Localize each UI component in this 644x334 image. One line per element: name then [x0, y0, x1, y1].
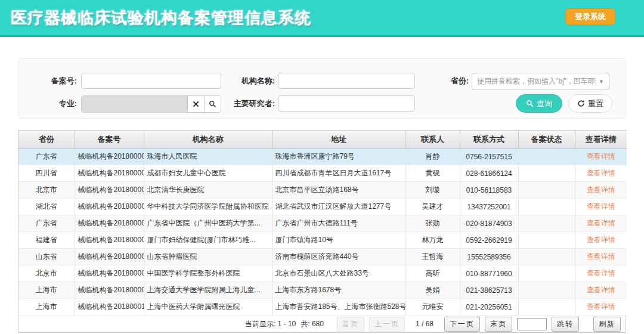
table-body: 广东省械临机构备201800001珠海市人民医院珠海市香洲区康宁路79号肖静07… — [18, 149, 627, 316]
cell-phone: 0592-2662919 — [460, 232, 518, 249]
cell-province: 上海市 — [18, 282, 75, 299]
cell-address: 北京市昌平区立汤路168号 — [272, 182, 405, 199]
cell-record_no: 械临机构备201800010 — [75, 299, 144, 316]
view-detail-link[interactable]: 查看详情 — [587, 252, 615, 261]
search-icon — [526, 100, 534, 107]
search-icon — [209, 100, 216, 108]
query-button-label: 查询 — [537, 98, 552, 109]
view-detail-link[interactable]: 查看详情 — [587, 169, 615, 177]
org-name-input[interactable] — [278, 73, 415, 89]
page-title: 医疗器械临床试验机构备案管理信息系统 — [11, 7, 311, 29]
cell-status — [518, 249, 575, 265]
form-actions: 查询 重置 — [516, 94, 612, 113]
view-detail-link[interactable]: 查看详情 — [587, 269, 615, 277]
jump-page-input[interactable] — [517, 318, 547, 330]
table-row[interactable]: 山东省械临机构备201800007山东省肿瘤医院济南市槐荫区济兖路440号王哲海… — [18, 249, 627, 265]
column-header: 查看详情 — [575, 131, 627, 149]
refresh-button[interactable]: 刷新 — [593, 317, 621, 332]
column-header: 机构名称 — [144, 131, 272, 149]
cell-record_no: 械临机构备201800001 — [75, 149, 144, 165]
cell-address: 湖北省武汉市江汉区解放大道1277号 — [272, 199, 405, 215]
cell-record_no: 械临机构备201800009 — [75, 282, 144, 299]
table-row[interactable]: 上海市械临机构备201800010上海中医药大学附属曙光医院上海市普安路185号… — [18, 299, 627, 316]
cell-phone: 15552589356 — [460, 249, 518, 265]
column-header: 地址 — [272, 131, 405, 149]
cell-phone: 021-38625713 — [460, 282, 518, 299]
cell-phone: 021-20256051 — [460, 299, 518, 316]
specialty-lookup-button[interactable] — [204, 96, 221, 112]
record-no-input[interactable] — [81, 73, 221, 89]
cell-province: 广东省 — [18, 149, 75, 165]
table-row[interactable]: 福建省械临机构备201800006厦门市妇幼保健院(厦门市林巧稚...厦门市镇海… — [18, 232, 627, 249]
next-page-button[interactable]: 下一页 — [444, 317, 480, 332]
cell-record_no: 械临机构备201800005 — [75, 215, 144, 232]
cell-contact: 吴建才 — [405, 199, 460, 215]
cell-org: 山东省肿瘤医院 — [144, 249, 272, 265]
results-table: 省份备案号机构名称地址联系人联系方式备案状态查看详情 广东省械临机构备20180… — [18, 130, 626, 333]
cell-status — [518, 182, 575, 199]
cell-org: 广东省中医院（广州中医药大学第... — [144, 215, 272, 232]
province-select-placeholder: 使用拼音检索，例如输入"bj"，回车即选... — [477, 76, 596, 86]
table-row[interactable]: 上海市械临机构备201800009上海交通大学医学院附属上海儿童...上海市东方… — [18, 282, 627, 299]
cell-status — [518, 232, 575, 249]
reset-button-label: 重置 — [588, 98, 603, 109]
column-header: 备案状态 — [518, 131, 575, 149]
cell-phone: 0756-2157515 — [460, 149, 518, 165]
first-page-button[interactable]: 首页 — [337, 317, 364, 332]
showing-range-text: 当前显示: 1 - 10 — [245, 319, 296, 329]
pi-input[interactable] — [278, 95, 415, 112]
table-header-row: 省份备案号机构名称地址联系人联系方式备案状态查看详情 — [18, 131, 627, 149]
cell-contact: 高昕 — [405, 265, 460, 282]
cell-status — [518, 215, 575, 232]
cell-province: 山东省 — [18, 249, 75, 265]
table-row[interactable]: 北京市械临机构备201800003北京清华长庚医院北京市昌平区立汤路168号刘璇… — [18, 182, 627, 199]
record-no-label: 备案号: — [18, 73, 77, 89]
reset-button[interactable]: 重置 — [568, 94, 612, 113]
last-page-button[interactable]: 末页 — [485, 317, 512, 332]
table-row[interactable]: 广东省械临机构备201800001珠海市人民医院珠海市香洲区康宁路79号肖静07… — [18, 149, 627, 165]
column-header: 联系方式 — [460, 131, 518, 149]
view-detail-link[interactable]: 查看详情 — [587, 152, 615, 160]
view-detail-link[interactable]: 查看详情 — [587, 185, 615, 194]
cell-contact: 吴娟 — [405, 282, 460, 299]
cell-address: 上海市普安路185号、上海市张衡路528号 — [272, 299, 405, 316]
view-detail-link[interactable]: 查看详情 — [587, 202, 615, 211]
table-row[interactable]: 湖北省械临机构备201800004华中科技大学同济医学院附属协和医院湖北省武汉市… — [18, 199, 627, 215]
cell-status — [518, 282, 575, 299]
cell-address: 四川省成都市青羊区日月大道1617号 — [272, 165, 405, 182]
login-button[interactable]: 登录系统 — [565, 8, 615, 25]
cell-contact: 刘璇 — [405, 182, 460, 199]
view-detail-link[interactable]: 查看详情 — [587, 236, 615, 244]
cell-org: 成都市妇女儿童中心医院 — [144, 165, 272, 182]
cell-province: 四川省 — [18, 165, 75, 182]
cell-address: 厦门市镇海路10号 — [272, 232, 405, 249]
view-detail-link[interactable]: 查看详情 — [587, 286, 615, 294]
cell-org: 上海中医药大学附属曙光医院 — [144, 299, 272, 316]
table-row[interactable]: 广东省械临机构备201800005广东省中医院（广州中医药大学第...广东省广州… — [18, 215, 627, 232]
cell-org: 华中科技大学同济医学院附属协和医院 — [144, 199, 272, 215]
view-detail-link[interactable]: 查看详情 — [587, 219, 615, 227]
specialty-input[interactable] — [82, 96, 187, 112]
province-select[interactable]: 使用拼音检索，例如输入"bj"，回车即选... ▼ — [472, 73, 609, 90]
cell-province: 福建省 — [18, 232, 75, 249]
cell-phone: 010-88771960 — [460, 265, 518, 282]
cell-status — [518, 265, 575, 282]
prev-page-button[interactable]: 上一页 — [369, 317, 405, 332]
column-header: 省份 — [18, 131, 75, 149]
table-row[interactable]: 北京市械临机构备201800008中国医学科学院整形外科医院北京市石景山区八大处… — [18, 265, 627, 282]
cell-address: 济南市槐荫区济兖路440号 — [272, 249, 405, 265]
cell-record_no: 械临机构备201800002 — [75, 165, 144, 182]
pagination-bar: 当前显示: 1 - 10 共: 680 首页 上一页 1 / 68 下一页 末页… — [18, 316, 626, 332]
cell-province: 北京市 — [18, 182, 75, 199]
view-detail-link[interactable]: 查看详情 — [587, 302, 615, 311]
search-panel: 备案号: 机构名称: 省份: 使用拼音检索，例如输入"bj"，回车即选... ▼… — [18, 58, 626, 119]
query-button[interactable]: 查询 — [516, 94, 562, 113]
jump-button[interactable]: 跳转 — [552, 317, 579, 332]
clear-button[interactable] — [187, 96, 204, 112]
column-header: 备案号 — [75, 131, 144, 149]
org-name-label: 机构名称: — [221, 73, 275, 89]
cell-phone: 010-56118583 — [460, 182, 518, 199]
table-row[interactable]: 四川省械临机构备201800002成都市妇女儿童中心医院四川省成都市青羊区日月大… — [18, 165, 627, 182]
cell-org: 上海交通大学医学院附属上海儿童... — [144, 282, 272, 299]
cell-address: 上海市东方路1678号 — [272, 282, 405, 299]
